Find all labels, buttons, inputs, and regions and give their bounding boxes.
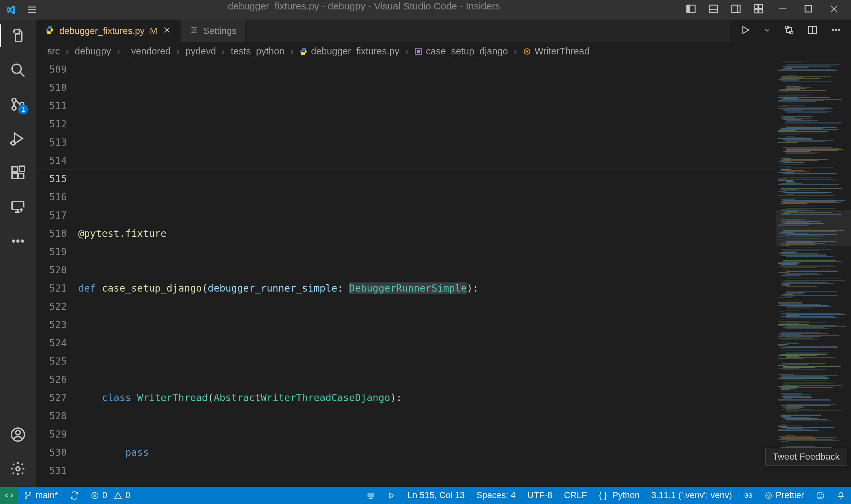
breadcrumb-class[interactable]: WriterThread bbox=[523, 46, 590, 57]
svg-point-18 bbox=[12, 106, 16, 110]
settings-gear-tab[interactable] bbox=[10, 461, 26, 477]
close-tab-icon[interactable] bbox=[163, 26, 171, 36]
svg-rect-7 bbox=[754, 4, 758, 8]
svg-point-56 bbox=[25, 497, 27, 498]
error-icon bbox=[91, 491, 99, 500]
code-content[interactable]: @pytest.fixture def case_setup_django(de… bbox=[78, 60, 776, 487]
chevron-right-icon: › bbox=[176, 46, 180, 57]
breadcrumb-function[interactable]: case_setup_django bbox=[414, 46, 508, 57]
remote-explorer-tab[interactable] bbox=[10, 199, 26, 215]
close-button[interactable] bbox=[829, 3, 839, 17]
breadcrumb-item[interactable]: src bbox=[47, 46, 60, 57]
chevron-right-icon: › bbox=[405, 46, 408, 57]
svg-rect-22 bbox=[12, 167, 17, 172]
svg-point-62 bbox=[118, 497, 118, 498]
toggle-secondary-sidebar-icon[interactable] bbox=[730, 3, 742, 17]
svg-point-20 bbox=[12, 141, 15, 145]
breadcrumb-item[interactable]: pydevd bbox=[185, 46, 216, 57]
breadcrumb-item[interactable]: tests_python bbox=[231, 46, 284, 57]
copilot-status[interactable] bbox=[738, 487, 759, 504]
tab-settings[interactable]: Settings bbox=[181, 20, 246, 42]
git-compare-icon[interactable] bbox=[784, 25, 794, 37]
svg-rect-9 bbox=[754, 9, 758, 13]
more-actions-icon[interactable] bbox=[831, 25, 841, 37]
explorer-tab[interactable] bbox=[10, 28, 26, 44]
run-status[interactable] bbox=[382, 487, 402, 504]
toggle-primary-sidebar-icon[interactable] bbox=[686, 3, 696, 17]
breadcrumb-file[interactable]: debugger_fixtures.py bbox=[299, 46, 399, 57]
tooltip: Tweet Feedback bbox=[765, 448, 847, 466]
formatter-status[interactable]: Prettier bbox=[759, 487, 810, 504]
run-dropdown-icon[interactable] bbox=[764, 26, 771, 36]
problems-status[interactable]: 0 0 bbox=[85, 487, 136, 504]
breadcrumb-item[interactable]: debugpy bbox=[75, 46, 111, 57]
device-status[interactable] bbox=[360, 487, 382, 504]
function-icon bbox=[414, 47, 423, 56]
customize-layout-icon[interactable] bbox=[753, 3, 764, 17]
svg-rect-63 bbox=[368, 492, 374, 497]
eol-status[interactable]: CRLF bbox=[558, 487, 593, 504]
tab-bar: debugger_fixtures.py M Settings bbox=[36, 20, 851, 42]
interpreter-status[interactable]: 3.11.1 ('.venv': venv) bbox=[646, 487, 738, 504]
extensions-tab[interactable] bbox=[10, 164, 26, 181]
accounts-tab[interactable] bbox=[10, 427, 26, 443]
feedback-button[interactable] bbox=[810, 487, 831, 504]
svg-point-70 bbox=[817, 492, 824, 499]
svg-line-16 bbox=[20, 72, 24, 76]
maximize-button[interactable] bbox=[803, 3, 814, 17]
minimap[interactable] bbox=[776, 60, 851, 487]
activity-bar: 1 bbox=[0, 20, 36, 487]
svg-point-68 bbox=[750, 495, 751, 496]
feedback-icon bbox=[816, 491, 825, 500]
source-control-tab[interactable]: 1 bbox=[10, 96, 26, 112]
python-file-icon bbox=[45, 25, 54, 37]
menu-button[interactable] bbox=[21, 4, 42, 15]
svg-point-32 bbox=[21, 239, 24, 243]
minimize-button[interactable] bbox=[777, 3, 788, 17]
svg-rect-24 bbox=[19, 173, 24, 179]
svg-point-50 bbox=[838, 29, 840, 31]
window-controls bbox=[777, 3, 851, 17]
tab-debugger-fixtures[interactable]: debugger_fixtures.py M bbox=[36, 20, 181, 42]
svg-rect-2 bbox=[687, 5, 690, 12]
prettier-check-icon bbox=[765, 492, 773, 500]
svg-point-48 bbox=[832, 29, 834, 31]
braces-icon: { } bbox=[599, 490, 607, 500]
sync-button[interactable] bbox=[64, 487, 85, 504]
language-mode[interactable]: { } Python bbox=[593, 487, 646, 504]
line-gutter: 5095105115125135145155165175185195205215… bbox=[36, 60, 78, 487]
svg-rect-12 bbox=[805, 5, 812, 12]
copilot-icon bbox=[744, 491, 753, 500]
remote-button[interactable] bbox=[0, 487, 18, 504]
titlebar: debugger_fixtures.py - debugpy - Visual … bbox=[0, 0, 851, 20]
cursor-position[interactable]: Ln 515, Col 13 bbox=[402, 487, 471, 504]
run-debug-tab[interactable] bbox=[10, 130, 26, 147]
indentation-status[interactable]: Spaces: 4 bbox=[471, 487, 521, 504]
breadcrumb-item[interactable]: _vendored bbox=[126, 46, 171, 57]
modified-indicator: M bbox=[150, 26, 157, 36]
encoding-status[interactable]: UTF-8 bbox=[521, 487, 558, 504]
svg-rect-23 bbox=[12, 173, 17, 179]
app-icon bbox=[0, 4, 21, 15]
breadcrumb: src› debugpy› _vendored› pydevd› tests_p… bbox=[36, 42, 851, 60]
split-editor-icon[interactable] bbox=[807, 25, 818, 37]
source-control-badge: 1 bbox=[18, 105, 28, 114]
svg-rect-64 bbox=[370, 498, 373, 499]
svg-point-72 bbox=[821, 494, 822, 495]
search-tab[interactable] bbox=[10, 62, 26, 78]
run-file-icon[interactable] bbox=[740, 25, 751, 37]
chevron-right-icon: › bbox=[66, 46, 69, 57]
svg-point-31 bbox=[16, 239, 20, 243]
notifications-button[interactable] bbox=[831, 487, 851, 504]
additional-views-tab[interactable] bbox=[10, 233, 26, 249]
svg-rect-5 bbox=[732, 5, 740, 12]
toggle-panel-icon[interactable] bbox=[708, 3, 719, 17]
svg-rect-10 bbox=[759, 9, 762, 13]
svg-point-35 bbox=[16, 467, 20, 471]
branch-status[interactable]: main* bbox=[18, 487, 64, 504]
editor[interactable]: 5095105115125135145155165175185195205215… bbox=[36, 60, 851, 487]
chevron-right-icon: › bbox=[290, 46, 294, 57]
svg-point-54 bbox=[526, 50, 528, 52]
svg-point-34 bbox=[16, 430, 20, 435]
chevron-right-icon: › bbox=[117, 46, 120, 57]
